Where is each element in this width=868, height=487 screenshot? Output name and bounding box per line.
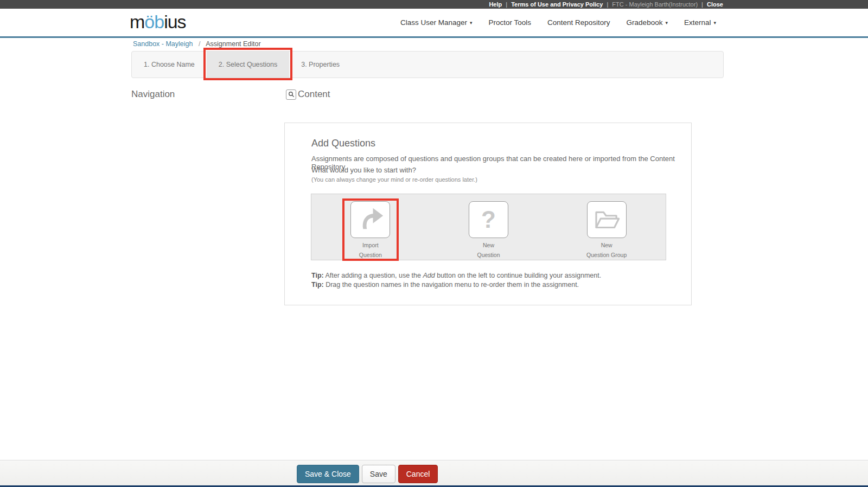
close-link[interactable]: Close: [707, 1, 723, 8]
new-question-button[interactable]: ?: [469, 201, 508, 238]
new-question-group-option[interactable]: New Question Group: [547, 194, 666, 260]
option-label-line: Import: [359, 240, 382, 250]
footer-buttons: Save & Close Save Cancel: [297, 465, 438, 483]
option-label-line: Question Group: [586, 250, 627, 260]
new-question-label: New Question: [477, 240, 500, 260]
nav-gradebook[interactable]: Gradebook▾: [627, 18, 668, 27]
breadcrumb-class-link[interactable]: Sandbox - Mayleigh: [133, 40, 193, 48]
mobius-logo[interactable]: möbius: [130, 11, 186, 33]
import-question-label: Import Question: [359, 240, 382, 260]
main-nav: Class User Manager▾ Proctor Tools Conten…: [400, 9, 716, 36]
folder-open-icon: [591, 204, 622, 235]
breadcrumb-current: Assignment Editor: [206, 40, 260, 48]
assignment-editor-steps: 1. Choose Name 2. Select Questions 3. Pr…: [131, 51, 724, 78]
nav-class-user-manager[interactable]: Class User Manager▾: [400, 18, 473, 27]
option-label-line: New: [477, 240, 500, 250]
help-link[interactable]: Help: [489, 1, 502, 8]
add-questions-title: Add Questions: [311, 138, 375, 149]
search-icon[interactable]: [286, 89, 296, 100]
reorder-note: (You can always change your mind or re-o…: [311, 176, 477, 183]
cancel-button[interactable]: Cancel: [398, 465, 438, 483]
tip-text: button on the left to continue building …: [435, 272, 601, 279]
tip-prefix: Tip:: [311, 281, 324, 289]
question-mark-icon: ?: [481, 208, 496, 232]
footer-bar: Save & Close Save Cancel: [0, 460, 868, 485]
tip-prefix: Tip:: [311, 272, 324, 279]
import-question-button[interactable]: [350, 201, 390, 238]
navigation-heading: Navigation: [131, 89, 175, 100]
nav-label: Gradebook: [627, 18, 663, 27]
logo-text: öb: [144, 11, 164, 32]
import-arrow-icon: [355, 204, 386, 235]
question-options-strip: Import Question ? New Question: [311, 194, 666, 260]
tab-select-questions[interactable]: 2. Select Questions: [207, 52, 289, 78]
header-accent-line: [0, 36, 868, 38]
breadcrumb: Sandbox - Mayleigh / Assignment Editor: [133, 40, 261, 48]
new-question-group-button[interactable]: [587, 201, 627, 238]
topbar-separator: |: [607, 1, 608, 8]
option-label-line: Question: [359, 250, 382, 260]
start-with-question: What would you like to start with?: [311, 166, 416, 174]
new-question-option[interactable]: ? New Question: [430, 194, 548, 260]
tab-label: 2. Select Questions: [219, 61, 277, 68]
nav-label: Content Repository: [547, 18, 610, 27]
page: Help | Terms of Use and Privacy Policy |…: [0, 0, 868, 487]
topbar: Help | Terms of Use and Privacy Policy |…: [0, 0, 868, 9]
tip-emphasis: Add: [423, 272, 435, 279]
tip-add-button: Tip: After adding a question, use the Ad…: [311, 272, 601, 279]
tab-properties[interactable]: 3. Properties: [289, 52, 352, 78]
import-question-option[interactable]: Import Question: [311, 194, 430, 260]
topbar-separator: |: [506, 1, 507, 8]
add-questions-panel: Add Questions Assignments are composed o…: [284, 123, 692, 305]
chevron-down-icon: ▾: [470, 20, 473, 25]
terms-privacy-link[interactable]: Terms of Use and Privacy Policy: [511, 1, 603, 8]
nav-proctor-tools[interactable]: Proctor Tools: [489, 18, 532, 27]
tab-choose-name[interactable]: 1. Choose Name: [132, 52, 207, 78]
tip-text: After adding a question, use the: [324, 272, 423, 279]
nav-content-repository[interactable]: Content Repository: [547, 18, 610, 27]
logo-text: m: [130, 11, 144, 32]
breadcrumb-separator: /: [199, 40, 200, 48]
tip-drag-reorder: Tip: Drag the question names in the navi…: [311, 281, 579, 289]
user-role-label: FTC - Mayleigh Barth(Instructor): [612, 1, 698, 8]
logo-text: ius: [164, 11, 186, 32]
topbar-separator: |: [701, 1, 703, 8]
tip-text: Drag the question names in the navigatio…: [324, 281, 579, 289]
nav-label: External: [684, 18, 711, 27]
nav-external[interactable]: External▾: [684, 18, 716, 27]
content-heading-group: Content: [286, 89, 330, 100]
option-label-line: Question: [477, 250, 500, 260]
content-heading: Content: [298, 89, 330, 100]
nav-label: Class User Manager: [400, 18, 467, 27]
chevron-down-icon: ▾: [713, 20, 716, 25]
save-close-button[interactable]: Save & Close: [297, 465, 359, 483]
nav-label: Proctor Tools: [489, 18, 532, 27]
chevron-down-icon: ▾: [665, 20, 668, 25]
app-header: möbius Class User Manager▾ Proctor Tools…: [0, 9, 868, 36]
option-label-line: New: [586, 240, 627, 250]
new-question-group-label: New Question Group: [586, 240, 627, 260]
save-button[interactable]: Save: [362, 465, 395, 483]
